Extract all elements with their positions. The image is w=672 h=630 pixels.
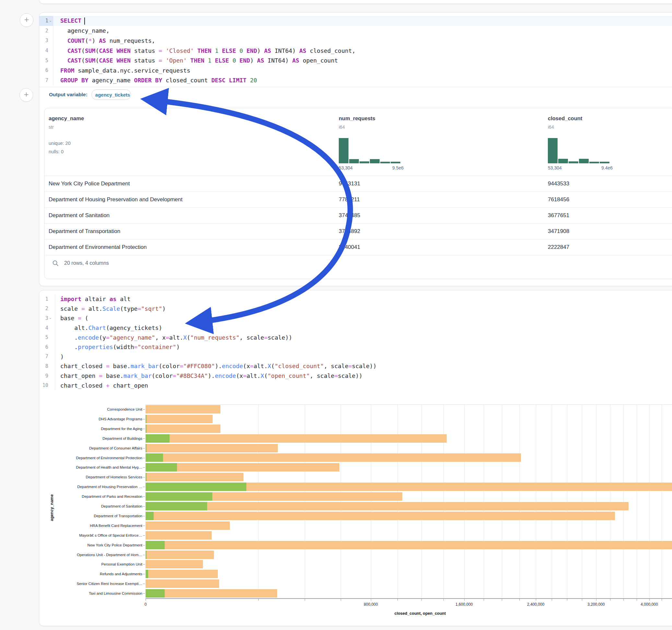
table-cell[interactable]: Department of Sanitation xyxy=(49,212,110,219)
bar-open-count[interactable] xyxy=(146,589,165,598)
bar-open-count[interactable] xyxy=(146,541,165,549)
bar-closed-count[interactable] xyxy=(146,473,243,481)
bar-open-count[interactable] xyxy=(146,473,146,481)
line-number: 1 xyxy=(45,18,48,24)
table-cell[interactable]: 3471908 xyxy=(548,228,569,235)
chart-y-label: Correspondence Unit xyxy=(107,407,142,411)
code-line-1[interactable]: 1 ⌄ SELECT xyxy=(39,16,672,26)
code-line-3[interactable]: 3 ⌄ COUNT(*) AS num_requests, xyxy=(39,35,672,46)
chart-x-tick xyxy=(536,599,536,601)
sql-code-editor[interactable]: 1 ⌄ SELECT 2 ⌄ agency_name, 3 ⌄ COUNT(*)… xyxy=(39,16,672,85)
code-token: GROUP BY xyxy=(60,77,89,83)
table-cell[interactable]: 7618456 xyxy=(548,196,569,203)
table-cell[interactable]: 9443533 xyxy=(548,180,569,187)
bar-open-count[interactable] xyxy=(146,444,146,453)
plus-icon: + xyxy=(24,15,29,24)
bar-open-count[interactable] xyxy=(146,434,170,443)
bar-closed-count[interactable] xyxy=(146,444,278,453)
table-cell[interactable]: New York City Police Department xyxy=(49,180,130,187)
code-token: AS xyxy=(257,57,264,64)
chart-x-tick xyxy=(341,599,341,601)
bar-open-count[interactable] xyxy=(146,512,154,520)
column-header-num_requests[interactable]: num_requests xyxy=(339,115,376,122)
chart-y-label: Department of Parks and Recreation xyxy=(82,494,142,499)
table-cell[interactable]: 3749485 xyxy=(339,212,360,219)
table-cell[interactable]: 9453131 xyxy=(339,180,360,187)
add-cell-button-top[interactable]: + xyxy=(20,13,33,27)
histogram-bar xyxy=(349,159,359,163)
table-cell[interactable]: Department of Housing Preservation and D… xyxy=(49,196,183,203)
code-line-4[interactable]: 4 ⌄ CAST(SUM(CASE WHEN status = 'Closed'… xyxy=(39,46,672,56)
code-line-7[interactable]: 7 ⌄ GROUP BY agency_name ORDER BY closed… xyxy=(39,75,672,86)
bar-closed-count[interactable] xyxy=(146,570,218,578)
chart-x-axis-line xyxy=(146,598,672,599)
line-number: 7 xyxy=(45,77,48,83)
bar-closed-count[interactable] xyxy=(146,502,628,510)
bar-closed-count[interactable] xyxy=(146,434,447,443)
bar-open-count[interactable] xyxy=(146,453,163,462)
bar-closed-count[interactable] xyxy=(146,560,203,568)
chart-gridline xyxy=(582,405,582,598)
table-cell[interactable]: 3774892 xyxy=(339,228,360,235)
chart-y-tick xyxy=(143,409,145,410)
output-variable-pill[interactable]: agency_tickets xyxy=(91,90,131,100)
column-header-agency_name[interactable]: agency_name xyxy=(49,115,84,122)
chevron-down-icon[interactable]: ⌄ xyxy=(49,19,52,23)
bar-closed-count[interactable] xyxy=(146,579,219,588)
bar-closed-count[interactable] xyxy=(146,512,615,520)
chart-x-tick xyxy=(552,599,552,601)
table-cell[interactable]: 2222847 xyxy=(548,244,569,250)
histogram-bar xyxy=(380,162,390,163)
bar-open-count[interactable] xyxy=(146,551,146,559)
table-cell[interactable]: 2240041 xyxy=(339,244,360,250)
table-cell[interactable]: 3677651 xyxy=(548,212,569,219)
code-text: GROUP BY agency_name ORDER BY closed_cou… xyxy=(53,77,257,83)
bar-closed-count[interactable] xyxy=(146,405,220,413)
output-variable-label: Output variable: xyxy=(49,92,88,98)
bar-open-count[interactable] xyxy=(146,415,146,423)
chart-gridline xyxy=(341,405,341,598)
code-line-5[interactable]: 5 ⌄ CAST(SUM(CASE WHEN status = 'Open' T… xyxy=(39,55,672,66)
bar-closed-count[interactable] xyxy=(146,531,212,539)
bar-closed-count[interactable] xyxy=(146,541,672,549)
chart-y-tick xyxy=(143,419,145,419)
table-cell[interactable]: Department of Transportation xyxy=(49,228,120,235)
code-token: 20 xyxy=(250,77,257,83)
chart-y-tick xyxy=(143,516,145,516)
bar-closed-count[interactable] xyxy=(146,453,521,462)
chart-gridline xyxy=(649,405,650,598)
chart-gridline xyxy=(305,405,305,598)
bar-open-count[interactable] xyxy=(146,570,148,578)
bar-open-count[interactable] xyxy=(146,492,212,501)
bar-open-count[interactable] xyxy=(146,483,246,491)
code-token: ELSE xyxy=(222,47,236,54)
code-token: FROM xyxy=(60,67,74,74)
gutter-divider xyxy=(53,16,53,86)
code-token xyxy=(204,57,208,64)
code-token: ) xyxy=(250,57,257,64)
table-cell[interactable]: Department of Environmental Protection xyxy=(49,244,146,250)
chart-x-tick xyxy=(464,599,464,601)
chart-y-tick xyxy=(143,467,145,468)
code-token xyxy=(225,77,229,83)
bar-closed-count[interactable] xyxy=(146,425,220,433)
bar-open-count[interactable] xyxy=(146,425,146,433)
bar-open-count[interactable] xyxy=(146,463,177,471)
table-cell[interactable]: 7782211 xyxy=(339,196,360,203)
python-cell[interactable]: 1 ⌄ import altair as alt 2 ⌄ scale = alt… xyxy=(39,290,672,626)
search-icon[interactable] xyxy=(52,260,59,267)
bar-closed-count[interactable] xyxy=(146,522,230,530)
code-line-6[interactable]: 6 ⌄ FROM sample_data.nyc.service_request… xyxy=(39,66,672,75)
bar-closed-count[interactable] xyxy=(146,415,213,423)
add-cell-button-middle[interactable]: + xyxy=(20,88,33,102)
column-header-closed_count[interactable]: closed_count xyxy=(548,115,582,122)
chart-gridline xyxy=(596,405,597,598)
bar-closed-count[interactable] xyxy=(146,551,214,559)
bar-closed-count[interactable] xyxy=(146,589,277,598)
sql-cell[interactable]: 1 ⌄ SELECT 2 ⌄ agency_name, 3 ⌄ COUNT(*)… xyxy=(39,12,672,286)
code-token: END xyxy=(240,57,250,64)
dataframe-preview[interactable]: agency_namestrunique: 20nulls: 0num_requ… xyxy=(44,108,672,279)
bar-open-count[interactable] xyxy=(146,502,207,510)
code-line-2[interactable]: 2 ⌄ agency_name, xyxy=(39,26,672,36)
chart-x-tick xyxy=(637,599,637,601)
